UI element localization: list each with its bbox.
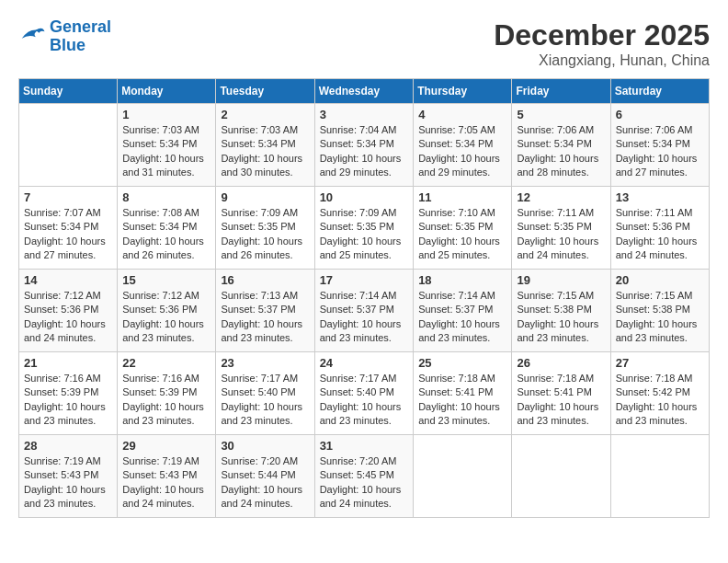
day-info: Sunrise: 7:16 AM Sunset: 5:39 PM Dayligh… bbox=[24, 372, 112, 429]
calendar-day-cell: 25Sunrise: 7:18 AM Sunset: 5:41 PM Dayli… bbox=[414, 352, 512, 435]
calendar-week-row: 1Sunrise: 7:03 AM Sunset: 5:34 PM Daylig… bbox=[19, 104, 710, 187]
calendar-day-cell: 4Sunrise: 7:05 AM Sunset: 5:34 PM Daylig… bbox=[414, 104, 512, 187]
calendar-week-row: 28Sunrise: 7:19 AM Sunset: 5:43 PM Dayli… bbox=[19, 435, 710, 518]
day-number: 2 bbox=[221, 108, 309, 121]
day-info: Sunrise: 7:10 AM Sunset: 5:35 PM Dayligh… bbox=[418, 206, 506, 263]
calendar-day-cell: 15Sunrise: 7:12 AM Sunset: 5:36 PM Dayli… bbox=[118, 270, 216, 352]
day-info: Sunrise: 7:15 AM Sunset: 5:38 PM Dayligh… bbox=[616, 289, 704, 346]
day-info: Sunrise: 7:14 AM Sunset: 5:37 PM Dayligh… bbox=[418, 289, 506, 346]
day-info: Sunrise: 7:03 AM Sunset: 5:34 PM Dayligh… bbox=[221, 123, 309, 180]
day-of-week-header: Tuesday bbox=[216, 79, 314, 104]
calendar-day-cell: 27Sunrise: 7:18 AM Sunset: 5:42 PM Dayli… bbox=[610, 352, 709, 435]
day-number: 20 bbox=[616, 273, 704, 287]
day-info: Sunrise: 7:20 AM Sunset: 5:45 PM Dayligh… bbox=[320, 454, 409, 511]
calendar-day-cell: 2Sunrise: 7:03 AM Sunset: 5:34 PM Daylig… bbox=[216, 104, 314, 187]
calendar-day-cell: 1Sunrise: 7:03 AM Sunset: 5:34 PM Daylig… bbox=[118, 104, 216, 187]
calendar-header-row: SundayMondayTuesdayWednesdayThursdayFrid… bbox=[19, 79, 710, 104]
day-info: Sunrise: 7:08 AM Sunset: 5:34 PM Dayligh… bbox=[122, 206, 210, 263]
calendar-day-cell: 6Sunrise: 7:06 AM Sunset: 5:34 PM Daylig… bbox=[610, 104, 709, 187]
logo: General Blue bbox=[18, 18, 111, 55]
day-number: 24 bbox=[320, 356, 409, 370]
day-info: Sunrise: 7:05 AM Sunset: 5:34 PM Dayligh… bbox=[418, 123, 506, 180]
day-number: 4 bbox=[418, 108, 506, 121]
day-info: Sunrise: 7:18 AM Sunset: 5:42 PM Dayligh… bbox=[616, 372, 704, 429]
calendar-day-cell: 14Sunrise: 7:12 AM Sunset: 5:36 PM Dayli… bbox=[19, 270, 118, 352]
day-info: Sunrise: 7:09 AM Sunset: 5:35 PM Dayligh… bbox=[221, 206, 309, 263]
day-number: 16 bbox=[221, 273, 309, 287]
logo-text: General Blue bbox=[50, 18, 111, 55]
day-number: 27 bbox=[616, 356, 704, 370]
day-number: 28 bbox=[24, 439, 112, 453]
day-info: Sunrise: 7:06 AM Sunset: 5:34 PM Dayligh… bbox=[517, 123, 605, 180]
day-number: 14 bbox=[24, 273, 112, 287]
day-number: 29 bbox=[122, 439, 210, 453]
calendar-day-cell: 3Sunrise: 7:04 AM Sunset: 5:34 PM Daylig… bbox=[314, 104, 414, 187]
day-info: Sunrise: 7:17 AM Sunset: 5:40 PM Dayligh… bbox=[221, 372, 309, 429]
day-info: Sunrise: 7:11 AM Sunset: 5:36 PM Dayligh… bbox=[616, 206, 704, 263]
day-info: Sunrise: 7:03 AM Sunset: 5:34 PM Dayligh… bbox=[122, 123, 210, 180]
day-number: 26 bbox=[517, 356, 605, 370]
location: Xiangxiang, Hunan, China bbox=[494, 52, 710, 69]
day-number: 8 bbox=[122, 190, 210, 204]
calendar-day-cell: 22Sunrise: 7:16 AM Sunset: 5:39 PM Dayli… bbox=[118, 352, 216, 435]
day-number: 21 bbox=[24, 356, 112, 370]
day-info: Sunrise: 7:15 AM Sunset: 5:38 PM Dayligh… bbox=[517, 289, 605, 346]
day-number: 22 bbox=[122, 356, 210, 370]
calendar-day-cell: 23Sunrise: 7:17 AM Sunset: 5:40 PM Dayli… bbox=[216, 352, 314, 435]
day-number: 25 bbox=[418, 356, 506, 370]
day-info: Sunrise: 7:11 AM Sunset: 5:35 PM Dayligh… bbox=[517, 206, 605, 263]
calendar-day-cell: 21Sunrise: 7:16 AM Sunset: 5:39 PM Dayli… bbox=[19, 352, 118, 435]
calendar-day-cell: 11Sunrise: 7:10 AM Sunset: 5:35 PM Dayli… bbox=[414, 187, 512, 270]
calendar-day-cell: 5Sunrise: 7:06 AM Sunset: 5:34 PM Daylig… bbox=[512, 104, 610, 187]
day-info: Sunrise: 7:17 AM Sunset: 5:40 PM Dayligh… bbox=[320, 372, 409, 429]
day-number: 30 bbox=[221, 439, 309, 453]
day-number: 31 bbox=[320, 439, 409, 453]
calendar-day-cell: 16Sunrise: 7:13 AM Sunset: 5:37 PM Dayli… bbox=[216, 270, 314, 352]
day-info: Sunrise: 7:18 AM Sunset: 5:41 PM Dayligh… bbox=[418, 372, 506, 429]
calendar-body: 1Sunrise: 7:03 AM Sunset: 5:34 PM Daylig… bbox=[19, 104, 710, 518]
day-number: 23 bbox=[221, 356, 309, 370]
calendar-day-cell bbox=[610, 435, 709, 518]
day-info: Sunrise: 7:13 AM Sunset: 5:37 PM Dayligh… bbox=[221, 289, 309, 346]
calendar-day-cell: 8Sunrise: 7:08 AM Sunset: 5:34 PM Daylig… bbox=[118, 187, 216, 270]
calendar-day-cell: 13Sunrise: 7:11 AM Sunset: 5:36 PM Dayli… bbox=[610, 187, 709, 270]
day-number: 17 bbox=[320, 273, 409, 287]
day-number: 10 bbox=[320, 190, 409, 204]
logo-bird-icon bbox=[18, 24, 46, 46]
day-number: 13 bbox=[616, 190, 704, 204]
day-of-week-header: Wednesday bbox=[314, 79, 414, 104]
day-number: 6 bbox=[616, 108, 704, 121]
calendar-day-cell bbox=[414, 435, 512, 518]
calendar-day-cell: 17Sunrise: 7:14 AM Sunset: 5:37 PM Dayli… bbox=[314, 270, 414, 352]
calendar-day-cell: 12Sunrise: 7:11 AM Sunset: 5:35 PM Dayli… bbox=[512, 187, 610, 270]
calendar-day-cell: 31Sunrise: 7:20 AM Sunset: 5:45 PM Dayli… bbox=[314, 435, 414, 518]
calendar-day-cell bbox=[19, 104, 118, 187]
day-info: Sunrise: 7:06 AM Sunset: 5:34 PM Dayligh… bbox=[616, 123, 704, 180]
day-number: 15 bbox=[122, 273, 210, 287]
day-number: 9 bbox=[221, 190, 309, 204]
calendar-table: SundayMondayTuesdayWednesdayThursdayFrid… bbox=[18, 78, 710, 518]
day-of-week-header: Friday bbox=[512, 79, 610, 104]
day-number: 12 bbox=[517, 190, 605, 204]
title-block: December 2025 Xiangxiang, Hunan, China bbox=[494, 18, 710, 69]
day-number: 19 bbox=[517, 273, 605, 287]
day-of-week-header: Saturday bbox=[610, 79, 709, 104]
month-title: December 2025 bbox=[494, 18, 710, 52]
calendar-day-cell: 20Sunrise: 7:15 AM Sunset: 5:38 PM Dayli… bbox=[610, 270, 709, 352]
day-number: 18 bbox=[418, 273, 506, 287]
day-of-week-header: Sunday bbox=[19, 79, 118, 104]
day-number: 3 bbox=[320, 108, 409, 121]
day-info: Sunrise: 7:16 AM Sunset: 5:39 PM Dayligh… bbox=[122, 372, 210, 429]
day-info: Sunrise: 7:12 AM Sunset: 5:36 PM Dayligh… bbox=[122, 289, 210, 346]
calendar-day-cell: 26Sunrise: 7:18 AM Sunset: 5:41 PM Dayli… bbox=[512, 352, 610, 435]
day-info: Sunrise: 7:19 AM Sunset: 5:43 PM Dayligh… bbox=[122, 454, 210, 511]
calendar-day-cell: 28Sunrise: 7:19 AM Sunset: 5:43 PM Dayli… bbox=[19, 435, 118, 518]
calendar-day-cell: 30Sunrise: 7:20 AM Sunset: 5:44 PM Dayli… bbox=[216, 435, 314, 518]
day-number: 11 bbox=[418, 190, 506, 204]
calendar-week-row: 21Sunrise: 7:16 AM Sunset: 5:39 PM Dayli… bbox=[19, 352, 710, 435]
day-info: Sunrise: 7:20 AM Sunset: 5:44 PM Dayligh… bbox=[221, 454, 309, 511]
day-number: 7 bbox=[24, 190, 112, 204]
calendar-week-row: 7Sunrise: 7:07 AM Sunset: 5:34 PM Daylig… bbox=[19, 187, 710, 270]
calendar-day-cell bbox=[512, 435, 610, 518]
day-of-week-header: Monday bbox=[118, 79, 216, 104]
